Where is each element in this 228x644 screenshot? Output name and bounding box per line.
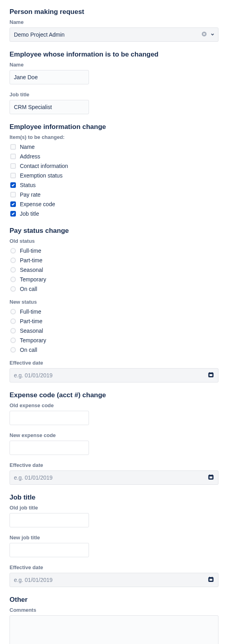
radio-unchecked-icon[interactable]: [10, 338, 16, 343]
section-title-pay-status: Pay status change: [10, 227, 218, 235]
checkbox-label: Address: [20, 152, 40, 161]
radio-label: On call: [20, 285, 37, 293]
radio-row[interactable]: Full-time: [10, 307, 218, 316]
checkbox-unchecked-icon[interactable]: [10, 163, 16, 169]
employee-job-title-value: CRM Specialist: [14, 104, 52, 110]
radio-label: Part-time: [20, 256, 43, 265]
radio-row[interactable]: On call: [10, 285, 218, 293]
checkbox-checked-icon[interactable]: [10, 211, 16, 217]
radio-label: Temporary: [20, 336, 46, 345]
checkbox-label: Expense code: [20, 200, 55, 209]
new-job-title-input[interactable]: [10, 543, 89, 557]
radio-row[interactable]: Part-time: [10, 317, 218, 326]
radio-label: Part-time: [20, 317, 43, 326]
checkbox-label: Name: [20, 142, 35, 151]
date-placeholder: e.g. 01/01/2019: [14, 474, 52, 481]
calendar-icon: [208, 576, 214, 584]
checkbox-label: Pay rate: [20, 190, 41, 199]
checkbox-row[interactable]: Job title: [10, 209, 218, 218]
date-placeholder: e.g. 01/01/2019: [14, 372, 52, 379]
checkbox-row[interactable]: Contact information: [10, 162, 218, 170]
radio-row[interactable]: On call: [10, 345, 218, 354]
label-new-expense: New expense code: [10, 432, 218, 438]
old-expense-input[interactable]: [10, 411, 89, 425]
label-old-job-title: Old job title: [10, 505, 218, 511]
label-comments: Comments: [10, 607, 218, 613]
radio-label: Full-time: [20, 307, 41, 316]
section-title-other: Other: [10, 596, 218, 604]
expense-effective-date-input[interactable]: e.g. 01/01/2019: [10, 470, 218, 485]
checkbox-unchecked-icon[interactable]: [10, 173, 16, 178]
checkbox-row[interactable]: Name: [10, 142, 218, 151]
svg-rect-6: [209, 476, 213, 479]
chevron-down-icon[interactable]: [210, 31, 215, 38]
employee-job-title-input[interactable]: CRM Specialist: [10, 100, 89, 114]
checkbox-label: Contact information: [20, 162, 68, 170]
radio-row[interactable]: Seasonal: [10, 326, 218, 335]
radio-unchecked-icon[interactable]: [10, 258, 16, 263]
paystatus-effective-date-input[interactable]: e.g. 01/01/2019: [10, 368, 218, 382]
employee-name-value: Jane Doe: [14, 74, 38, 80]
label-requester-name: Name: [10, 19, 218, 25]
radio-unchecked-icon[interactable]: [10, 309, 16, 314]
radio-label: Full-time: [20, 246, 41, 255]
checkbox-row[interactable]: Pay rate: [10, 190, 218, 199]
section-title-employee: Employee whose information is to be chan…: [10, 51, 218, 59]
old-job-title-input[interactable]: [10, 513, 89, 527]
checkbox-row[interactable]: Status: [10, 181, 218, 189]
section-title-requester: Person making request: [10, 8, 218, 16]
radio-unchecked-icon[interactable]: [10, 277, 16, 282]
label-old-status: Old status: [10, 238, 218, 244]
label-jobtitle-effective-date: Effective date: [10, 564, 218, 570]
checkbox-label: Status: [20, 181, 36, 189]
radio-unchecked-icon[interactable]: [10, 328, 16, 334]
radio-unchecked-icon[interactable]: [10, 347, 16, 353]
checkbox-row[interactable]: Exemption status: [10, 171, 218, 180]
checkbox-unchecked-icon[interactable]: [10, 154, 16, 159]
new-expense-input[interactable]: [10, 441, 89, 455]
checkbox-checked-icon[interactable]: [10, 201, 16, 207]
section-title-expense: Expense code (acct #) change: [10, 391, 218, 399]
calendar-icon: [208, 474, 214, 482]
checkbox-label: Job title: [20, 209, 39, 218]
calendar-icon: [208, 372, 214, 379]
checkbox-checked-icon[interactable]: [10, 182, 16, 188]
radio-unchecked-icon[interactable]: [10, 248, 16, 254]
jobtitle-effective-date-input[interactable]: e.g. 01/01/2019: [10, 573, 218, 587]
comments-textarea[interactable]: [10, 615, 218, 644]
radio-row[interactable]: Temporary: [10, 275, 218, 284]
date-placeholder: e.g. 01/01/2019: [14, 577, 52, 583]
checkbox-row[interactable]: Address: [10, 152, 218, 161]
radio-row[interactable]: Seasonal: [10, 265, 218, 274]
requester-name-value: Demo Project Admin: [14, 31, 65, 38]
checkbox-unchecked-icon[interactable]: [10, 144, 16, 150]
section-title-jobtitle: Job title: [10, 494, 218, 502]
radio-label: On call: [20, 345, 37, 354]
label-expense-effective-date: Effective date: [10, 462, 218, 468]
checkbox-label: Exemption status: [20, 171, 62, 180]
radio-row[interactable]: Full-time: [10, 246, 218, 255]
label-old-expense: Old expense code: [10, 402, 218, 408]
section-title-info-change: Employee information change: [10, 123, 218, 131]
label-employee-job-title: Job title: [10, 92, 218, 98]
label-new-job-title: New job title: [10, 535, 218, 541]
radio-unchecked-icon[interactable]: [10, 286, 16, 292]
radio-row[interactable]: Temporary: [10, 336, 218, 345]
svg-rect-10: [209, 579, 213, 581]
radio-label: Seasonal: [20, 326, 43, 335]
label-items-to-change: Item(s) to be changed:: [10, 134, 218, 140]
checkbox-row[interactable]: Expense code: [10, 200, 218, 209]
label-paystatus-effective-date: Effective date: [10, 360, 218, 366]
svg-rect-2: [209, 374, 213, 377]
label-new-status: New status: [10, 299, 218, 305]
requester-name-select[interactable]: Demo Project Admin: [10, 27, 218, 42]
checkbox-unchecked-icon[interactable]: [10, 192, 16, 197]
clear-icon[interactable]: [201, 31, 207, 38]
radio-label: Temporary: [20, 275, 46, 284]
radio-label: Seasonal: [20, 265, 43, 274]
employee-name-input[interactable]: Jane Doe: [10, 70, 89, 84]
radio-unchecked-icon[interactable]: [10, 318, 16, 324]
label-employee-name: Name: [10, 62, 218, 68]
radio-row[interactable]: Part-time: [10, 256, 218, 265]
radio-unchecked-icon[interactable]: [10, 267, 16, 273]
